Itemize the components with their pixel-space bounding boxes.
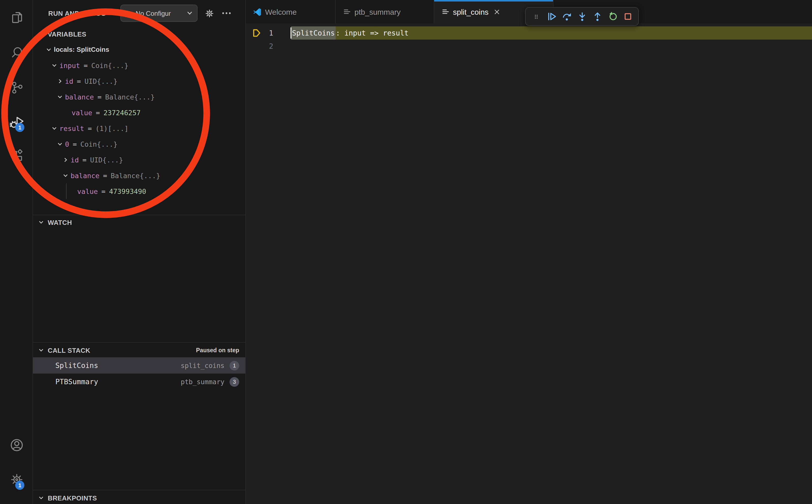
variables-section-header[interactable]: VARIABLES [33, 27, 245, 41]
debug-config-dropdown[interactable]: No Configur [120, 5, 197, 22]
vscode-window: 1 [0, 0, 812, 504]
activity-source-control-button[interactable] [0, 75, 33, 99]
variable-row[interactable]: balance=Balance{...} [33, 167, 245, 183]
variable-value: Balance{...} [105, 93, 155, 101]
line-number: 2 [260, 40, 273, 53]
frame-line-badge: 3 [229, 377, 239, 387]
continue-button[interactable] [544, 9, 559, 24]
variables-section-title: VARIABLES [48, 30, 86, 38]
variable-name: value [72, 108, 92, 116]
equals-sign: = [77, 77, 81, 85]
variable-name: result [59, 124, 84, 132]
frame-file: split_coins [181, 362, 224, 369]
call-stack-frame[interactable]: PTBSummary ptb_summary 3 [33, 374, 245, 390]
variable-value: (1)[...] [95, 124, 128, 132]
frame-name: PTBSummary [55, 378, 98, 386]
step-into-button[interactable] [574, 9, 590, 24]
activity-extensions-button[interactable] [0, 143, 33, 167]
tab-label: ptb_summary [354, 7, 401, 16]
editor-area: Welcome ptb_summary split_coins [246, 0, 812, 504]
chevron-right-icon[interactable] [61, 157, 70, 163]
variable-value: UID{...} [85, 77, 118, 85]
file-list-icon [441, 8, 450, 16]
section-separator [33, 490, 245, 490]
chevron-down-icon[interactable] [61, 172, 70, 178]
paused-status-text: Paused on step [196, 347, 239, 353]
file-list-icon [343, 8, 351, 16]
variables-scope-row[interactable]: locals: SplitCoins [33, 42, 245, 57]
variable-name: id [71, 156, 79, 164]
call-stack-frame[interactable]: SplitCoins split_coins 1 [33, 357, 245, 374]
tab-ptb-summary[interactable]: ptb_summary [336, 0, 434, 23]
variable-row[interactable]: result=(1)[...] [33, 120, 245, 136]
activity-settings-button[interactable]: 1 [0, 467, 33, 492]
chevron-down-icon [37, 31, 45, 37]
variable-row[interactable]: id=UID{...} [33, 73, 245, 89]
stop-button[interactable] [620, 9, 635, 24]
scope-name: locals: SplitCoins [54, 46, 109, 53]
code-line-2[interactable]: 2 [246, 40, 812, 53]
extensions-icon [10, 149, 23, 162]
search-icon [10, 46, 23, 59]
variable-name: balance [71, 171, 99, 179]
step-over-button[interactable] [559, 9, 574, 24]
sidebar-title: RUN AND DEBUG [48, 10, 106, 17]
equals-sign: = [73, 140, 77, 148]
watch-section-header[interactable]: WATCH [33, 216, 245, 229]
chevron-down-icon[interactable] [50, 62, 58, 68]
chevron-down-icon [187, 11, 192, 15]
equals-sign: = [96, 108, 100, 116]
debug-pointer-icon[interactable] [252, 28, 261, 40]
chevron-down-icon[interactable] [45, 46, 53, 53]
variable-value: 237246257 [104, 108, 141, 116]
call-stack-section-title: CALL STACK [48, 346, 90, 354]
variable-name: input [59, 61, 80, 69]
debug-badge: 1 [15, 123, 24, 132]
variable-row[interactable]: value=237246257 [33, 105, 245, 120]
variable-value: Coin{...} [91, 61, 128, 69]
settings-badge: 1 [15, 481, 24, 490]
activity-run-debug-button[interactable]: 1 [0, 110, 33, 134]
variable-row[interactable]: 0=Coin{...} [33, 136, 245, 152]
views-more-actions-button[interactable] [218, 5, 235, 22]
variable-row[interactable]: balance=Balance{...} [33, 89, 245, 105]
code-line-1[interactable]: 1 SplitCoins: input => result [246, 26, 812, 40]
code-text: SplitCoins: input => result [291, 26, 812, 40]
debug-settings-gear-button[interactable] [201, 5, 218, 22]
debug-config-label: No Configur [136, 9, 183, 17]
activity-bar: 1 [0, 0, 33, 504]
close-icon[interactable] [494, 8, 500, 15]
breakpoints-section-header[interactable]: BREAKPOINTS [33, 491, 245, 504]
chevron-down-icon[interactable] [56, 141, 64, 147]
chevron-right-icon[interactable] [56, 78, 64, 84]
chevron-down-icon [37, 219, 45, 225]
tab-welcome[interactable]: Welcome [246, 0, 336, 23]
chevron-down-icon[interactable] [56, 94, 64, 100]
vscode-logo-icon [253, 7, 261, 16]
variable-name: id [65, 77, 73, 85]
equals-sign: = [103, 171, 107, 179]
toolbar-drag-handle[interactable] [529, 9, 544, 24]
section-separator [33, 215, 245, 215]
call-stack-section-header[interactable]: CALL STACK Paused on step [33, 344, 245, 357]
sidebar-header: RUN AND DEBUG No Configur [33, 0, 245, 26]
section-separator [33, 342, 245, 343]
variable-row[interactable]: id=UID{...} [33, 152, 245, 167]
variable-row[interactable]: value=473993490 [33, 183, 245, 199]
line-number: 1 [260, 26, 273, 40]
start-debug-icon [125, 10, 132, 16]
activity-search-button[interactable] [0, 40, 33, 64]
gear-icon [205, 9, 213, 18]
variable-row[interactable]: input=Coin{...} [33, 57, 245, 73]
activity-explorer-button[interactable] [0, 5, 33, 29]
chevron-down-icon[interactable] [50, 125, 58, 131]
watch-section-title: WATCH [48, 219, 72, 226]
equals-sign: = [82, 156, 87, 164]
restart-button[interactable] [605, 9, 620, 24]
step-out-button[interactable] [590, 9, 605, 24]
ellipsis-icon [222, 12, 231, 15]
activity-account-button[interactable] [0, 433, 33, 457]
breakpoints-section-title: BREAKPOINTS [48, 494, 97, 502]
equals-sign: = [88, 124, 92, 132]
variable-name: 0 [65, 140, 69, 148]
